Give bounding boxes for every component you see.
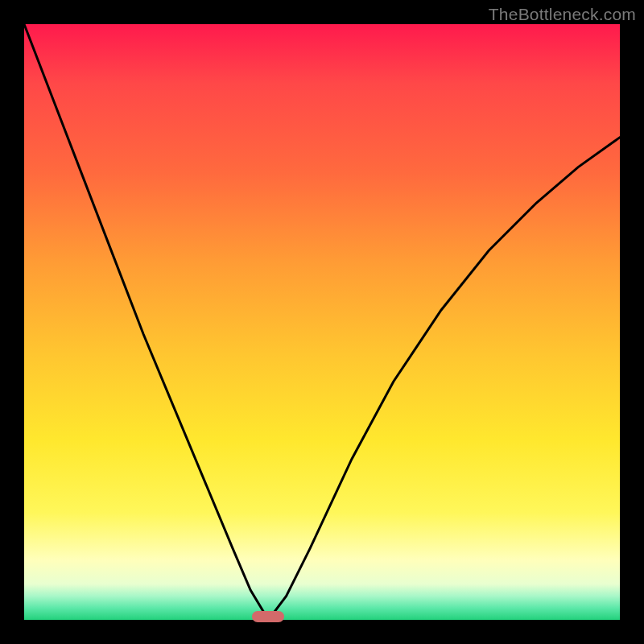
watermark-text: TheBottleneck.com: [489, 5, 636, 24]
bottleneck-curve: [24, 24, 620, 620]
curve-path: [24, 24, 620, 620]
optimum-marker: [252, 611, 284, 622]
chart-frame: TheBottleneck.com: [0, 0, 644, 644]
chart-plot-area: [24, 24, 620, 620]
